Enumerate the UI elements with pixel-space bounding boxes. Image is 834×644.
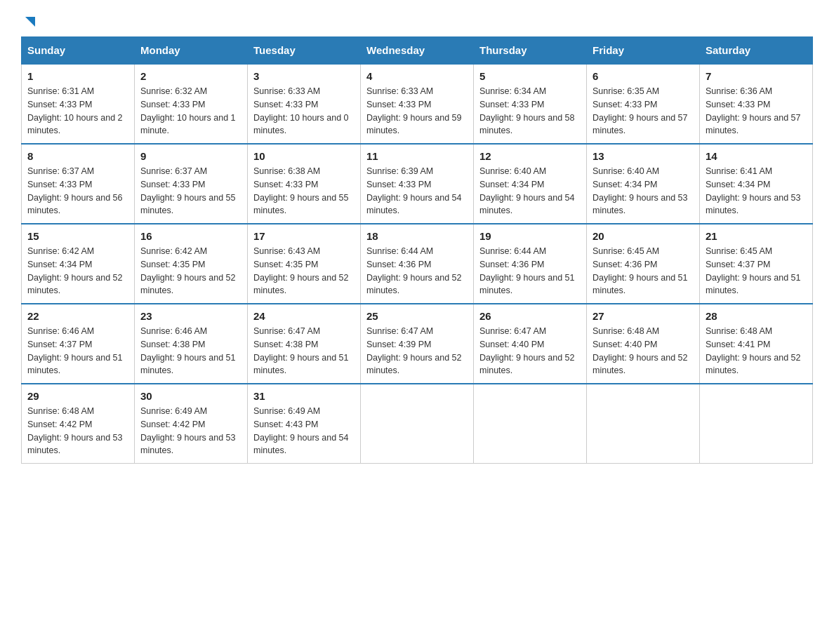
day-info: Sunrise: 6:32 AMSunset: 4:33 PMDaylight:… [140, 85, 241, 137]
day-number: 28 [706, 310, 807, 322]
day-number: 14 [706, 150, 807, 162]
day-info: Sunrise: 6:45 AMSunset: 4:36 PMDaylight:… [593, 245, 694, 297]
day-info: Sunrise: 6:40 AMSunset: 4:34 PMDaylight:… [593, 165, 694, 217]
calendar-cell: 23 Sunrise: 6:46 AMSunset: 4:38 PMDaylig… [135, 304, 248, 384]
day-number: 17 [253, 230, 355, 242]
calendar-cell: 16 Sunrise: 6:42 AMSunset: 4:35 PMDaylig… [135, 224, 248, 304]
calendar-cell [700, 384, 813, 464]
calendar-cell: 6 Sunrise: 6:35 AMSunset: 4:33 PMDayligh… [587, 64, 700, 144]
day-info: Sunrise: 6:43 AMSunset: 4:35 PMDaylight:… [253, 245, 355, 297]
day-info: Sunrise: 6:44 AMSunset: 4:36 PMDaylight:… [479, 245, 581, 297]
calendar-cell: 21 Sunrise: 6:45 AMSunset: 4:37 PMDaylig… [700, 224, 813, 304]
calendar-week-row-3: 15 Sunrise: 6:42 AMSunset: 4:34 PMDaylig… [22, 224, 813, 304]
day-info: Sunrise: 6:38 AMSunset: 4:33 PMDaylight:… [253, 165, 355, 217]
calendar-cell: 28 Sunrise: 6:48 AMSunset: 4:41 PMDaylig… [700, 304, 813, 384]
day-number: 27 [593, 310, 694, 322]
calendar-cell: 29 Sunrise: 6:48 AMSunset: 4:42 PMDaylig… [22, 384, 135, 464]
day-info: Sunrise: 6:31 AMSunset: 4:33 PMDaylight:… [27, 85, 128, 137]
day-info: Sunrise: 6:42 AMSunset: 4:35 PMDaylight:… [140, 245, 241, 297]
day-number: 2 [140, 70, 241, 82]
page-header [21, 14, 813, 29]
logo-icon [21, 14, 38, 29]
day-info: Sunrise: 6:33 AMSunset: 4:33 PMDaylight:… [366, 85, 468, 137]
svg-marker-0 [25, 17, 35, 27]
day-info: Sunrise: 6:42 AMSunset: 4:34 PMDaylight:… [27, 245, 128, 297]
day-number: 31 [253, 390, 355, 402]
day-info: Sunrise: 6:47 AMSunset: 4:38 PMDaylight:… [253, 325, 355, 377]
calendar-cell: 11 Sunrise: 6:39 AMSunset: 4:33 PMDaylig… [361, 144, 474, 224]
day-number: 13 [593, 150, 694, 162]
calendar-week-row-1: 1 Sunrise: 6:31 AMSunset: 4:33 PMDayligh… [22, 64, 813, 144]
day-info: Sunrise: 6:49 AMSunset: 4:42 PMDaylight:… [140, 405, 241, 457]
day-number: 22 [27, 310, 128, 322]
day-info: Sunrise: 6:49 AMSunset: 4:43 PMDaylight:… [253, 405, 355, 457]
calendar-cell: 27 Sunrise: 6:48 AMSunset: 4:40 PMDaylig… [587, 304, 700, 384]
day-info: Sunrise: 6:46 AMSunset: 4:38 PMDaylight:… [140, 325, 241, 377]
day-info: Sunrise: 6:37 AMSunset: 4:33 PMDaylight:… [140, 165, 241, 217]
day-info: Sunrise: 6:37 AMSunset: 4:33 PMDaylight:… [27, 165, 128, 217]
day-info: Sunrise: 6:34 AMSunset: 4:33 PMDaylight:… [479, 85, 581, 137]
calendar-cell [587, 384, 700, 464]
day-info: Sunrise: 6:41 AMSunset: 4:34 PMDaylight:… [706, 165, 807, 217]
day-number: 25 [366, 310, 468, 322]
day-number: 10 [253, 150, 355, 162]
calendar-cell: 8 Sunrise: 6:37 AMSunset: 4:33 PMDayligh… [22, 144, 135, 224]
day-info: Sunrise: 6:40 AMSunset: 4:34 PMDaylight:… [479, 165, 581, 217]
day-number: 24 [253, 310, 355, 322]
day-info: Sunrise: 6:33 AMSunset: 4:33 PMDaylight:… [253, 85, 355, 137]
day-info: Sunrise: 6:46 AMSunset: 4:37 PMDaylight:… [27, 325, 128, 377]
weekday-header-thursday: Thursday [474, 37, 587, 65]
weekday-header-row: SundayMondayTuesdayWednesdayThursdayFrid… [22, 37, 813, 65]
calendar-week-row-4: 22 Sunrise: 6:46 AMSunset: 4:37 PMDaylig… [22, 304, 813, 384]
day-info: Sunrise: 6:35 AMSunset: 4:33 PMDaylight:… [593, 85, 694, 137]
weekday-header-tuesday: Tuesday [248, 37, 361, 65]
day-number: 8 [27, 150, 128, 162]
calendar-cell [361, 384, 474, 464]
day-number: 15 [27, 230, 128, 242]
day-number: 23 [140, 310, 241, 322]
calendar-cell: 17 Sunrise: 6:43 AMSunset: 4:35 PMDaylig… [248, 224, 361, 304]
calendar-cell: 2 Sunrise: 6:32 AMSunset: 4:33 PMDayligh… [135, 64, 248, 144]
day-number: 6 [593, 70, 694, 82]
calendar-week-row-5: 29 Sunrise: 6:48 AMSunset: 4:42 PMDaylig… [22, 384, 813, 464]
day-info: Sunrise: 6:48 AMSunset: 4:41 PMDaylight:… [706, 325, 807, 377]
weekday-header-saturday: Saturday [700, 37, 813, 65]
day-info: Sunrise: 6:48 AMSunset: 4:42 PMDaylight:… [27, 405, 128, 457]
day-number: 16 [140, 230, 241, 242]
calendar-cell: 14 Sunrise: 6:41 AMSunset: 4:34 PMDaylig… [700, 144, 813, 224]
day-number: 11 [366, 150, 468, 162]
calendar-cell: 20 Sunrise: 6:45 AMSunset: 4:36 PMDaylig… [587, 224, 700, 304]
calendar-cell: 4 Sunrise: 6:33 AMSunset: 4:33 PMDayligh… [361, 64, 474, 144]
calendar-cell: 13 Sunrise: 6:40 AMSunset: 4:34 PMDaylig… [587, 144, 700, 224]
calendar-cell: 18 Sunrise: 6:44 AMSunset: 4:36 PMDaylig… [361, 224, 474, 304]
day-number: 3 [253, 70, 355, 82]
calendar-cell: 30 Sunrise: 6:49 AMSunset: 4:42 PMDaylig… [135, 384, 248, 464]
day-number: 19 [479, 230, 581, 242]
weekday-header-friday: Friday [587, 37, 700, 65]
day-number: 1 [27, 70, 128, 82]
day-number: 5 [479, 70, 581, 82]
weekday-header-wednesday: Wednesday [361, 37, 474, 65]
calendar-cell: 9 Sunrise: 6:37 AMSunset: 4:33 PMDayligh… [135, 144, 248, 224]
day-number: 20 [593, 230, 694, 242]
weekday-header-sunday: Sunday [22, 37, 135, 65]
day-number: 29 [27, 390, 128, 402]
calendar-cell: 12 Sunrise: 6:40 AMSunset: 4:34 PMDaylig… [474, 144, 587, 224]
day-info: Sunrise: 6:47 AMSunset: 4:39 PMDaylight:… [366, 325, 468, 377]
calendar-cell: 24 Sunrise: 6:47 AMSunset: 4:38 PMDaylig… [248, 304, 361, 384]
calendar-cell: 5 Sunrise: 6:34 AMSunset: 4:33 PMDayligh… [474, 64, 587, 144]
calendar-cell: 26 Sunrise: 6:47 AMSunset: 4:40 PMDaylig… [474, 304, 587, 384]
calendar-cell: 25 Sunrise: 6:47 AMSunset: 4:39 PMDaylig… [361, 304, 474, 384]
day-info: Sunrise: 6:44 AMSunset: 4:36 PMDaylight:… [366, 245, 468, 297]
day-info: Sunrise: 6:48 AMSunset: 4:40 PMDaylight:… [593, 325, 694, 377]
logo [21, 14, 38, 29]
day-number: 12 [479, 150, 581, 162]
calendar-week-row-2: 8 Sunrise: 6:37 AMSunset: 4:33 PMDayligh… [22, 144, 813, 224]
day-number: 30 [140, 390, 241, 402]
calendar-cell [474, 384, 587, 464]
day-info: Sunrise: 6:45 AMSunset: 4:37 PMDaylight:… [706, 245, 807, 297]
day-info: Sunrise: 6:36 AMSunset: 4:33 PMDaylight:… [706, 85, 807, 137]
calendar-cell: 1 Sunrise: 6:31 AMSunset: 4:33 PMDayligh… [22, 64, 135, 144]
day-info: Sunrise: 6:47 AMSunset: 4:40 PMDaylight:… [479, 325, 581, 377]
logo-triangle-icon [22, 14, 38, 29]
